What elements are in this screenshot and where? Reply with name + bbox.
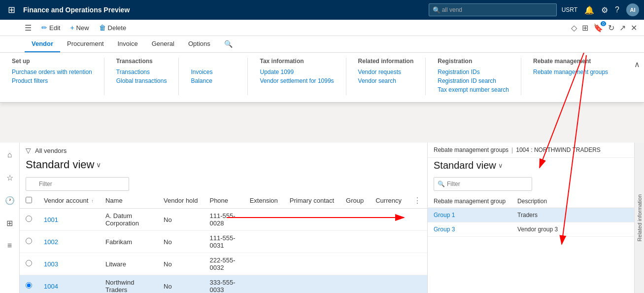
registration-ids[interactable]: Registration IDs: [438, 69, 509, 75]
vendor-settlement-1099[interactable]: Vendor settlement for 1099s: [260, 77, 334, 84]
rebate-management-groups-menu[interactable]: Rebate management groups: [533, 69, 608, 75]
col-group[interactable]: Group: [340, 193, 370, 209]
vendor-phone-cell: 111-555-0028: [203, 209, 243, 231]
row-select-radio[interactable]: [26, 216, 32, 222]
col-name[interactable]: Name: [100, 193, 158, 209]
transactions-title: Transactions: [116, 58, 167, 65]
rebate-table-row[interactable]: Group 3 Vendor group 3: [428, 222, 634, 237]
external-icon[interactable]: ↗: [619, 23, 626, 33]
vendor-account-cell[interactable]: 1003: [38, 253, 100, 275]
menu-tab-invoice[interactable]: Invoice: [111, 36, 145, 52]
dropdown-related: Related information Vendor requests Vend…: [346, 58, 426, 95]
update-1099[interactable]: Update 1099: [260, 69, 334, 75]
invoices-link[interactable]: Invoices: [191, 69, 236, 75]
col-description[interactable]: Description: [511, 195, 634, 208]
menu-tab-vendor[interactable]: Vendor: [25, 36, 60, 52]
vendor-dropdown: Set up Purchase orders with retention Pr…: [0, 53, 644, 103]
vendor-requests[interactable]: Vendor requests: [358, 69, 414, 75]
diamond-icon[interactable]: ◇: [571, 23, 577, 33]
col-currency[interactable]: Currency: [370, 193, 407, 209]
rebate-table-row[interactable]: Group 1 Traders: [428, 208, 634, 222]
home-icon[interactable]: ⌂: [2, 147, 17, 162]
row-select-radio[interactable]: [26, 238, 32, 244]
badge-icon[interactable]: 🔖0: [593, 23, 603, 33]
table-row[interactable]: 1003 Litware No 222-555-0032: [20, 253, 427, 275]
table-row[interactable]: 1004 Northwind Traders No 333-555-0033: [20, 275, 427, 293]
help-icon[interactable]: ?: [615, 5, 619, 14]
vendor-account-cell[interactable]: 1001: [38, 209, 100, 231]
row-select-radio[interactable]: [26, 260, 32, 266]
search-input[interactable]: [429, 3, 557, 16]
edit-icon: ✏: [41, 24, 47, 32]
notification-icon[interactable]: 🔔: [584, 5, 594, 15]
checkbox-all[interactable]: [26, 197, 32, 203]
vendor-account-cell[interactable]: 1004: [38, 275, 100, 293]
rebate-group-cell[interactable]: Group 1: [428, 208, 511, 222]
close-icon[interactable]: ✕: [631, 23, 637, 33]
layers-icon[interactable]: ⊞: [582, 23, 588, 33]
table-row[interactable]: 1002 Fabrikam No 111-555-0031: [20, 231, 427, 253]
edit-button[interactable]: ✏ Edit: [37, 22, 64, 34]
col-vendor-hold[interactable]: Vendor hold: [158, 193, 203, 209]
row-checkbox[interactable]: [20, 231, 38, 253]
product-filters[interactable]: Product filters: [12, 77, 92, 84]
view-chevron-icon[interactable]: ∨: [96, 161, 101, 169]
tax-exempt-search[interactable]: Tax exempt number search: [438, 86, 509, 93]
menu-tab-general[interactable]: General: [145, 36, 181, 52]
view-title-text: Standard view: [26, 158, 94, 171]
purchase-orders-retention[interactable]: Purchase orders with retention: [12, 69, 92, 75]
vendor-search[interactable]: Vendor search: [358, 77, 414, 84]
menu-tab-procurement[interactable]: Procurement: [60, 36, 110, 52]
avatar[interactable]: AI: [626, 3, 639, 16]
search-icon: 🔍: [433, 6, 441, 14]
menu-tab-options[interactable]: Options: [181, 36, 217, 52]
balance-link[interactable]: Balance: [191, 77, 236, 84]
vendor-name-cell: Fabrikam: [100, 231, 158, 253]
vendors-table: Vendor account ↑ Name Vendor hold Phone …: [20, 193, 427, 293]
col-rebate-group[interactable]: Rebate management group: [428, 195, 511, 208]
global-transactions-link[interactable]: Global transactions: [116, 77, 167, 84]
dropdown-registration: Registration Registration IDs Registrati…: [426, 58, 521, 95]
top-bar-icons: USRT 🔔 ⚙ ? AI: [562, 3, 639, 16]
collapse-dropdown-button[interactable]: ∧: [630, 58, 644, 95]
row-select-radio[interactable]: [26, 282, 32, 289]
col-more[interactable]: ⋮: [407, 193, 427, 209]
filter-input[interactable]: [26, 177, 129, 191]
right-edge-panel[interactable]: Related information: [634, 143, 644, 293]
filter-icon[interactable]: ▽: [26, 146, 31, 154]
star-icon[interactable]: ☆: [2, 170, 17, 185]
settings-icon[interactable]: ⚙: [601, 5, 608, 15]
hamburger-icon[interactable]: ☰: [25, 23, 32, 33]
edit-label: Edit: [49, 24, 60, 32]
vendor-more-cell: [407, 209, 427, 231]
col-vendor-account[interactable]: Vendor account ↑: [38, 193, 100, 209]
table-row[interactable]: 1001 A. Datum Corporation No 111-555-002…: [20, 209, 427, 231]
vendor-contact-cell: [284, 209, 340, 231]
col-primary-contact[interactable]: Primary contact: [284, 193, 340, 209]
vendor-account-cell[interactable]: 1002: [38, 231, 100, 253]
transactions-link[interactable]: Transactions: [116, 69, 167, 75]
clock-icon[interactable]: 🕐: [2, 193, 17, 208]
row-checkbox[interactable]: [20, 275, 38, 293]
rebate-panel-title: Rebate management groups: [434, 146, 508, 153]
right-panel-filter-input[interactable]: [434, 177, 532, 191]
col-extension[interactable]: Extension: [244, 193, 284, 209]
app-grid-icon[interactable]: ⊞: [5, 4, 18, 15]
delete-icon: 🗑: [99, 24, 106, 32]
rebate-group-cell[interactable]: Group 3: [428, 222, 511, 237]
global-search[interactable]: 🔍: [429, 3, 557, 16]
select-all-checkbox[interactable]: [20, 193, 38, 209]
row-checkbox[interactable]: [20, 209, 38, 231]
list-icon[interactable]: ≡: [2, 238, 17, 253]
grid-icon[interactable]: ⊞: [2, 216, 17, 230]
new-button[interactable]: + New: [66, 22, 93, 34]
right-panel-chevron-icon[interactable]: ∨: [498, 162, 503, 169]
col-phone[interactable]: Phone: [203, 193, 243, 209]
row-checkbox[interactable]: [20, 253, 38, 275]
delete-button[interactable]: 🗑 Delete: [95, 22, 131, 34]
menu-search-icon[interactable]: 🔍: [217, 36, 239, 52]
registration-id-search[interactable]: Registration ID search: [438, 77, 509, 84]
breadcrumb: All vendors: [35, 147, 67, 154]
vendor-hold-cell: No: [158, 275, 203, 293]
refresh-icon[interactable]: ↻: [608, 23, 614, 33]
